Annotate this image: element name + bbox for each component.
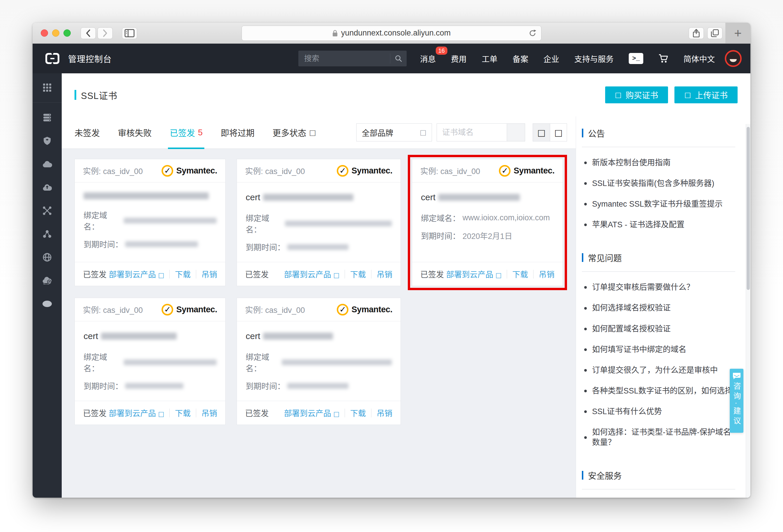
rail-nodes-icon[interactable]	[33, 225, 62, 243]
card-view-button[interactable]: □	[533, 124, 550, 141]
list-item[interactable]: 如何配置域名授权验证	[584, 319, 735, 339]
reload-button[interactable]	[529, 29, 536, 37]
bullet-icon	[584, 307, 587, 310]
nav-enterprise[interactable]: 企业	[543, 53, 559, 64]
nav-icp[interactable]: 备案	[512, 53, 528, 64]
nav-tickets[interactable]: 工单	[482, 53, 497, 64]
console-search-input[interactable]	[304, 54, 390, 63]
download-link[interactable]: 下载	[175, 268, 191, 280]
tab-review-failed[interactable]: 审核失败	[118, 117, 152, 149]
certificate-list: 实例: cas_idv_00 ✓Symantec. 绑定域名： 到期时间：	[62, 149, 576, 498]
feedback-float-button[interactable]: 咨询·建议	[730, 369, 744, 433]
list-item[interactable]: 苹果ATS - 证书选择及配置	[584, 215, 735, 235]
chat-bubble-icon	[732, 372, 741, 379]
lock-icon	[333, 30, 338, 37]
close-window-button[interactable]	[41, 29, 48, 37]
search-icon[interactable]	[390, 55, 407, 62]
deploy-link[interactable]: 部署到云产品 □	[109, 268, 164, 280]
tab-unissued[interactable]: 未签发	[74, 117, 100, 149]
rail-security-icon[interactable]	[33, 132, 62, 150]
download-link[interactable]: 下载	[175, 407, 191, 418]
instance-label: 实例: cas_idv_00	[83, 165, 143, 176]
deploy-link[interactable]: 部署到云产品 □	[109, 407, 164, 418]
bullet-icon	[584, 369, 587, 372]
bullet-icon	[584, 328, 587, 330]
revoke-link[interactable]: 吊销	[539, 268, 555, 280]
deploy-link[interactable]: 部署到云产品 □	[284, 268, 339, 280]
share-icon	[693, 29, 700, 37]
rail-cloud-sync-icon[interactable]	[33, 179, 62, 196]
message-count-badge: 16	[436, 46, 447, 55]
download-link[interactable]: 下载	[350, 407, 366, 418]
scrollbar-thumb[interactable]	[747, 127, 750, 290]
download-link[interactable]: 下载	[350, 268, 366, 280]
rail-more-icon[interactable]	[33, 295, 62, 313]
rail-cloud-gear-icon[interactable]	[33, 272, 62, 289]
select-caret-icon: □	[420, 128, 427, 136]
certificate-card: 实例: cas_idv_00 ✓Symantec. 绑定域名： 到期时间：	[74, 159, 226, 286]
address-bar[interactable]: yundunnext.console.aliyun.com	[242, 26, 541, 41]
tab-issued[interactable]: 已签发 5	[170, 117, 202, 149]
revoke-link[interactable]: 吊销	[377, 268, 393, 280]
rail-server-icon[interactable]	[33, 108, 62, 127]
rail-apps-grid-icon[interactable]	[33, 79, 62, 97]
console-search[interactable]	[299, 51, 407, 66]
buy-certificate-button[interactable]: □ 购买证书	[605, 87, 668, 103]
caret-placeholder-icon: □	[333, 272, 339, 279]
nav-billing[interactable]: 费用	[451, 53, 467, 64]
rail-network-icon[interactable]	[33, 202, 62, 220]
caret-placeholder-icon: □	[309, 128, 316, 137]
list-item[interactable]: SSL证书安装指南(包含多种服务器)	[584, 173, 735, 194]
revoke-link[interactable]: 吊销	[201, 407, 217, 418]
browser-window: yundunnext.console.aliyun.com	[33, 23, 750, 498]
bound-domain: 绑定域名：www.ioiox.com,ioiox.com	[421, 212, 554, 223]
list-item[interactable]: SSL证书有什么优势	[584, 401, 735, 422]
upload-certificate-button[interactable]: □ 上传证书	[675, 87, 738, 103]
caret-placeholder-icon: □	[495, 272, 502, 279]
rail-cloud-icon[interactable]	[33, 155, 62, 173]
tab-more-status[interactable]: 更多状态 □	[273, 117, 316, 149]
back-button[interactable]	[81, 27, 96, 39]
list-item[interactable]: 如何选择域名授权验证	[584, 298, 735, 318]
list-item[interactable]: 新版本控制台使用指南	[584, 153, 735, 173]
list-item[interactable]: Symantec SSL数字证书升级重签提示	[584, 194, 735, 215]
console-title: 管理控制台	[68, 52, 112, 65]
console-topnav: 管理控制台 消息 16 费用 工单 备案 企业 支持与服务 >_	[33, 44, 750, 73]
list-item[interactable]: 订单提交审核后需要做什么？	[584, 277, 735, 298]
forward-button[interactable]	[97, 27, 113, 39]
nav-support[interactable]: 支持与服务	[574, 53, 614, 64]
desktop: yundunnext.console.aliyun.com	[0, 0, 783, 532]
share-button[interactable]	[689, 27, 704, 39]
domain-search-input[interactable]	[437, 124, 507, 141]
chevron-left-icon	[86, 29, 91, 37]
list-item[interactable]: 如何选择：证书类型-证书品牌-保护域名数量？	[584, 422, 735, 453]
download-link[interactable]: 下载	[512, 268, 528, 280]
list-item[interactable]: 如何填写证书中绑定的域名	[584, 339, 735, 360]
sidebar-toggle-button[interactable]	[122, 27, 137, 39]
deploy-link[interactable]: 部署到云产品 □	[446, 268, 502, 280]
revoke-link[interactable]: 吊销	[201, 268, 217, 280]
page-scrollbar[interactable]	[746, 124, 750, 498]
cart-icon[interactable]	[658, 54, 668, 63]
revoke-link[interactable]: 吊销	[377, 407, 393, 418]
zoom-window-button[interactable]	[63, 29, 71, 37]
tab-overview-button[interactable]	[707, 27, 722, 39]
deploy-link[interactable]: 部署到云产品 □	[284, 407, 339, 418]
tabs-row: 未签发 审核失败 已签发 5 即将过期 更多状态 □	[62, 117, 576, 149]
language-switcher[interactable]: 简体中文	[684, 53, 715, 64]
brand-select[interactable]: 全部品牌 □	[356, 123, 432, 142]
bullet-icon	[584, 390, 587, 392]
domain-search-button[interactable]	[507, 124, 525, 141]
new-tab-button[interactable]: +	[725, 23, 750, 43]
cloudshell-icon[interactable]: >_	[629, 53, 643, 64]
nav-messages[interactable]: 消息 16	[420, 53, 436, 64]
rail-globe-icon[interactable]	[33, 248, 62, 266]
tab-expiring[interactable]: 即将过期	[221, 117, 254, 149]
product-rail	[33, 73, 62, 498]
list-view-button[interactable]: □	[550, 124, 567, 141]
announcements-list: 新版本控制台使用指南 SSL证书安装指南(包含多种服务器) Symantec S…	[582, 147, 735, 241]
list-item[interactable]: 各种类型SSL数字证书的区别，如何选择	[584, 381, 735, 401]
minimize-window-button[interactable]	[52, 29, 59, 37]
user-avatar[interactable]	[725, 50, 742, 67]
list-item[interactable]: 订单提交很久了，为什么还是审核中	[584, 360, 735, 381]
